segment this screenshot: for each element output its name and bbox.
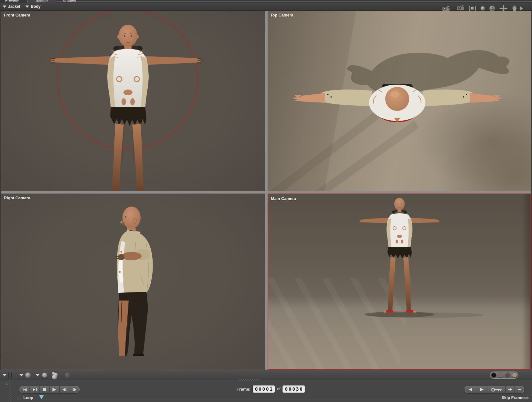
viewport-front-camera[interactable]: Front Camera [1, 11, 265, 191]
current-frame-field[interactable]: 00001 [253, 385, 275, 393]
loop-row: Loop Skip Frames [0, 395, 532, 402]
timeline-track[interactable] [44, 399, 488, 399]
figure-main [359, 198, 440, 313]
chevron-down-icon [3, 6, 6, 8]
actor-menu[interactable]: Body [25, 4, 40, 9]
top-camera-scene[interactable] [268, 11, 531, 191]
last-frame-button[interactable] [30, 386, 40, 393]
loop-label: Loop [23, 396, 33, 400]
viewport-top-camera[interactable]: Top Camera [268, 11, 531, 191]
figure-front [49, 25, 202, 191]
loop-toggle[interactable] [17, 397, 20, 400]
prev-keyframe-button[interactable] [465, 386, 476, 393]
total-frames-field[interactable]: 00030 [283, 385, 305, 393]
viewport-main-camera[interactable]: Main Camera [268, 194, 531, 370]
camera-dropdown-icon[interactable] [19, 374, 23, 376]
floor-shadow-streaks [268, 114, 417, 191]
foreground-color-swatch[interactable] [491, 372, 496, 378]
chevron-down-icon [25, 6, 29, 8]
step-forward-button[interactable] [69, 386, 79, 393]
ground-color-swatch[interactable] [512, 372, 517, 378]
actor-selector-bar: Jacket Body [0, 3, 532, 11]
tab-bar-edge [57, 1, 532, 2]
figure-menu-label: Jacket [8, 4, 20, 9]
stop-button[interactable] [40, 386, 50, 393]
pane-layout-icon[interactable] [8, 372, 9, 378]
main-camera-scene[interactable] [268, 194, 530, 369]
tab-render[interactable]: Render [27, 0, 56, 3]
tab-bar: Preview Render Untitled [0, 0, 532, 3]
key-icon [491, 388, 502, 392]
frame-label: Frame: [237, 387, 250, 392]
step-back-button[interactable] [60, 386, 70, 393]
figure-menu[interactable]: Jacket [3, 4, 20, 9]
skip-frames-label: Skip Frames [502, 396, 526, 400]
actor-menu-label: Body [31, 4, 40, 9]
sphere-dim-icon[interactable] [65, 372, 70, 378]
viewport-label: Front Camera [4, 13, 30, 18]
tab-preview[interactable]: Preview [2, 0, 22, 3]
viewport-right-camera[interactable]: Right Camera [1, 194, 265, 370]
panel-close-box[interactable] [5, 382, 8, 385]
panel-expand-chevron-icon[interactable] [520, 6, 523, 11]
sphere-icon[interactable] [25, 372, 31, 378]
right-camera-scene[interactable] [1, 194, 265, 370]
timeline-scrub-marker[interactable] [39, 395, 44, 399]
frame-counter: Frame: 00001 of 00030 [237, 385, 305, 393]
sphere-cluster-icon[interactable] [51, 371, 60, 381]
edit-keyframes-button[interactable] [488, 386, 506, 393]
of-label: of [277, 387, 280, 391]
front-camera-scene[interactable] [1, 11, 265, 191]
add-keyframe-button[interactable] [506, 386, 515, 393]
document-color-swatches [490, 372, 518, 379]
animation-controls-panel: Frame: 00001 of 00030 [0, 380, 532, 402]
next-keyframe-button[interactable] [476, 386, 488, 393]
display-style-bar [0, 370, 532, 380]
viewport-label: Top Camera [270, 13, 293, 18]
panel-resize-grip[interactable] [238, 379, 259, 381]
document-title: Untitled [60, 0, 79, 3]
viewport-label: Right Camera [4, 196, 30, 200]
first-frame-button[interactable] [20, 386, 30, 393]
skip-frames-toggle[interactable] [526, 396, 529, 400]
transport-controls [19, 386, 80, 393]
play-button[interactable] [50, 386, 60, 393]
background-color-swatch[interactable] [498, 372, 503, 378]
shadow-color-swatch[interactable] [505, 372, 510, 378]
figure-right [115, 207, 153, 356]
style-dropdown-icon[interactable] [36, 374, 40, 376]
keyframe-controls [465, 386, 524, 393]
viewport-area: Front Camera [1, 11, 531, 370]
layout-dropdown-icon[interactable] [3, 374, 6, 376]
delete-keyframe-button[interactable] [515, 386, 524, 393]
sphere-shadow-icon[interactable] [41, 372, 48, 380]
viewport-label: Main Camera [271, 196, 296, 201]
poser-document-window: Preview Render Untitled Jacket Body [0, 0, 532, 402]
